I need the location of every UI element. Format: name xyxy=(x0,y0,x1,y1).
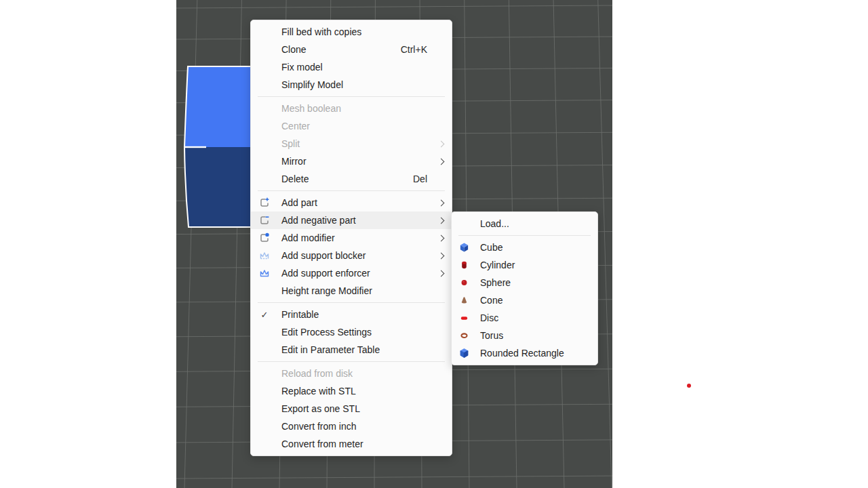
menu-item-fix-model[interactable]: Fix model xyxy=(251,58,452,76)
menu-item-label: Add support blocker xyxy=(281,250,427,261)
menu-item-label: Mirror xyxy=(281,156,427,167)
submenu-item-label: Cylinder xyxy=(480,260,515,270)
submenu-item-label: Torus xyxy=(480,330,503,341)
menu-item-add-modifier[interactable]: Add modifier xyxy=(251,229,452,247)
menu-separator xyxy=(258,361,445,362)
menu-separator xyxy=(458,235,591,236)
cone-icon xyxy=(457,295,471,306)
submenu-arrow-icon xyxy=(437,270,444,277)
submenu-item-label: Load... xyxy=(480,218,509,229)
menu-item-height-range-modifier[interactable]: Height range Modifier xyxy=(251,282,452,300)
menu-item-add-support-enforcer[interactable]: Add support enforcer xyxy=(251,264,452,282)
add-negative-part-submenu: Load... Cube Cylinder Sphere Cone xyxy=(451,211,598,365)
menu-item-label: Clone xyxy=(281,44,401,55)
cube-icon xyxy=(457,242,471,253)
submenu-arrow-icon xyxy=(437,252,444,259)
submenu-item-load[interactable]: Load... xyxy=(452,215,597,232)
menu-separator xyxy=(258,302,445,303)
menu-item-convert-from-meter[interactable]: Convert from meter xyxy=(251,435,452,453)
menu-item-fill-bed-with-copies[interactable]: Fill bed with copies xyxy=(251,23,452,41)
menu-item-label: Printable xyxy=(281,309,427,320)
menu-item-simplify-model[interactable]: Simplify Model xyxy=(251,76,452,94)
menu-item-label: Split xyxy=(281,138,427,149)
submenu-item-label: Cone xyxy=(480,295,502,306)
submenu-item-cube[interactable]: Cube xyxy=(452,239,597,256)
menu-item-label: Edit Process Settings xyxy=(281,327,427,338)
menu-item-convert-from-inch[interactable]: Convert from inch xyxy=(251,418,452,435)
menu-item-label: Replace with STL xyxy=(281,386,427,396)
submenu-item-label: Cube xyxy=(480,242,502,253)
menu-item-add-negative-part[interactable]: Add negative part xyxy=(251,211,452,229)
object-context-menu: Fill bed with copies Clone Ctrl+K Fix mo… xyxy=(250,20,452,456)
checkmark-icon: ✓ xyxy=(261,310,269,320)
submenu-item-disc[interactable]: Disc xyxy=(452,309,597,327)
menu-item-label: Height range Modifier xyxy=(281,285,427,296)
menu-item-mesh-boolean: Mesh boolean xyxy=(251,100,452,117)
submenu-arrow-icon xyxy=(437,235,444,241)
menu-item-center: Center xyxy=(251,117,452,135)
submenu-arrow-icon xyxy=(437,140,444,147)
rounded-rectangle-icon xyxy=(457,348,471,359)
submenu-item-label: Disc xyxy=(480,312,498,323)
menu-item-reload-from-disk: Reload from disk xyxy=(251,365,452,382)
menu-item-printable[interactable]: ✓ Printable xyxy=(251,306,452,323)
add-negative-part-icon xyxy=(256,215,273,226)
menu-item-edit-in-parameter-table[interactable]: Edit in Parameter Table xyxy=(251,341,452,359)
menu-item-label: Fill bed with copies xyxy=(281,26,427,37)
menu-item-clone[interactable]: Clone Ctrl+K xyxy=(251,41,452,58)
submenu-item-label: Sphere xyxy=(480,277,511,288)
menu-item-label: Simplify Model xyxy=(281,79,427,90)
submenu-arrow-icon xyxy=(437,217,444,224)
menu-item-add-support-blocker[interactable]: Add support blocker xyxy=(251,247,452,264)
menu-separator xyxy=(258,190,445,191)
menu-separator xyxy=(258,96,445,97)
submenu-item-sphere[interactable]: Sphere xyxy=(452,274,597,291)
disc-icon xyxy=(457,312,471,323)
add-part-icon xyxy=(256,197,273,208)
menu-item-export-as-one-stl[interactable]: Export as one STL xyxy=(251,400,452,418)
menu-item-label: Convert from meter xyxy=(281,439,427,449)
menu-item-label: Export as one STL xyxy=(281,403,427,414)
menu-item-shortcut: Ctrl+K xyxy=(401,44,427,55)
menu-item-label: Add support enforcer xyxy=(281,268,427,279)
application-window: Fill bed with copies Clone Ctrl+K Fix mo… xyxy=(0,0,868,488)
menu-item-replace-with-stl[interactable]: Replace with STL xyxy=(251,382,452,400)
menu-item-label: Fix model xyxy=(281,62,427,73)
submenu-item-cone[interactable]: Cone xyxy=(452,291,597,309)
menu-item-edit-process-settings[interactable]: Edit Process Settings xyxy=(251,323,452,341)
menu-item-label: Add modifier xyxy=(281,232,427,243)
torus-icon xyxy=(457,330,471,341)
menu-item-label: Add negative part xyxy=(281,215,427,226)
menu-item-add-part[interactable]: Add part xyxy=(251,194,452,211)
menu-item-delete[interactable]: Delete Del xyxy=(251,170,452,188)
add-modifier-icon xyxy=(256,232,273,243)
submenu-item-label: Rounded Rectangle xyxy=(480,348,564,359)
cube-model[interactable] xyxy=(183,65,250,230)
menu-item-label: Mesh boolean xyxy=(281,103,427,114)
menu-item-shortcut: Del xyxy=(413,174,427,184)
submenu-arrow-icon xyxy=(437,199,444,206)
menu-item-label: Reload from disk xyxy=(281,368,427,379)
cylinder-icon xyxy=(457,260,471,270)
submenu-item-cylinder[interactable]: Cylinder xyxy=(452,256,597,274)
menu-item-label: Delete xyxy=(281,174,413,184)
menu-item-label: Edit in Parameter Table xyxy=(281,344,427,355)
submenu-item-torus[interactable]: Torus xyxy=(452,327,597,344)
support-enforcer-icon xyxy=(256,268,273,279)
red-marker-dot xyxy=(687,384,691,388)
submenu-arrow-icon xyxy=(437,158,444,165)
support-blocker-icon xyxy=(256,250,273,261)
menu-item-label: Convert from inch xyxy=(281,421,427,432)
sphere-icon xyxy=(457,277,471,288)
menu-item-label: Center xyxy=(281,121,427,131)
submenu-item-rounded-rectangle[interactable]: Rounded Rectangle xyxy=(452,344,597,362)
menu-item-split: Split xyxy=(251,135,452,152)
menu-item-mirror[interactable]: Mirror xyxy=(251,152,452,170)
menu-item-label: Add part xyxy=(281,197,427,208)
